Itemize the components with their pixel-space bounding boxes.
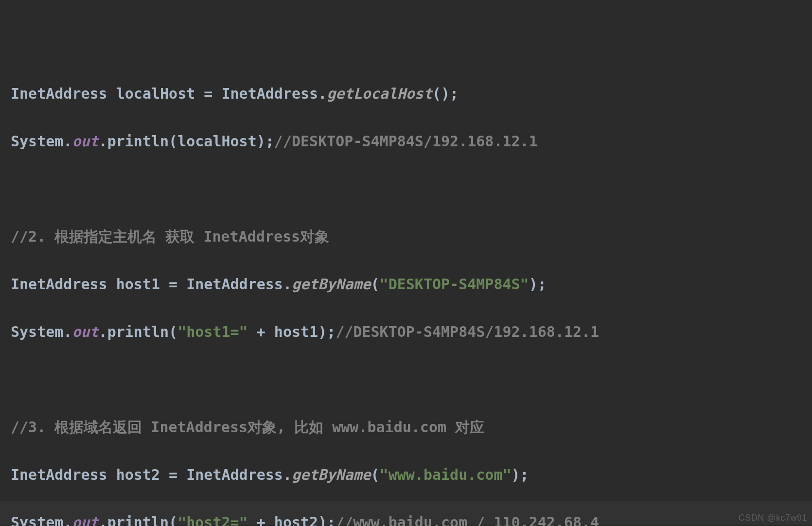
code-token: .println(localHost); bbox=[99, 133, 274, 150]
code-string: "DESKTOP-S4MP84S" bbox=[380, 276, 529, 293]
code-token: getByName bbox=[292, 466, 371, 483]
code-token: System. bbox=[11, 323, 72, 340]
code-token: InetAddress host1 = InetAddress. bbox=[11, 276, 292, 293]
code-line: //3. 根据域名返回 InetAddress对象, 比如 www.baidu.… bbox=[11, 415, 801, 439]
code-token: ); bbox=[529, 276, 547, 293]
csdn-watermark: CSDN @kc7w91 bbox=[739, 513, 807, 523]
code-token: InetAddress host2 = InetAddress. bbox=[11, 466, 292, 483]
code-token: out bbox=[72, 514, 98, 526]
code-line: System.out.println("host2=" + host2);//w… bbox=[11, 510, 801, 526]
code-line: System.out.println("host1=" + host1);//D… bbox=[11, 320, 801, 344]
blank-line bbox=[11, 368, 801, 391]
code-token: out bbox=[72, 133, 98, 150]
code-token: ( bbox=[371, 466, 380, 483]
code-comment: //DESKTOP-S4MP84S/192.168.12.1 bbox=[335, 323, 599, 340]
blank-line bbox=[11, 177, 801, 201]
code-line: InetAddress localHost = InetAddress.getL… bbox=[11, 82, 801, 105]
code-token: ( bbox=[371, 276, 380, 293]
code-comment: //2. 根据指定主机名 获取 InetAddress对象 bbox=[11, 228, 329, 245]
code-token: .println( bbox=[99, 514, 178, 526]
code-comment: //www.baidu.com / 110.242.68.4 bbox=[335, 514, 599, 526]
code-line: InetAddress host1 = InetAddress.getByNam… bbox=[11, 272, 801, 296]
code-token: System. bbox=[11, 133, 72, 150]
code-token: System. bbox=[11, 514, 72, 526]
code-token: InetAddress localHost = InetAddress. bbox=[11, 85, 327, 102]
code-token: .println( bbox=[99, 323, 178, 340]
code-comment: //DESKTOP-S4MP84S/192.168.12.1 bbox=[274, 133, 538, 150]
code-token: out bbox=[72, 323, 98, 340]
code-token: getByName bbox=[292, 276, 371, 293]
code-token: getLocalHost bbox=[327, 85, 432, 102]
code-line: //2. 根据指定主机名 获取 InetAddress对象 bbox=[11, 225, 801, 248]
code-string: "host2=" bbox=[177, 514, 248, 526]
code-string: "www.baidu.com" bbox=[380, 466, 512, 483]
code-comment: //3. 根据域名返回 InetAddress对象, 比如 www.baidu.… bbox=[11, 419, 484, 436]
code-token: (); bbox=[432, 85, 459, 102]
code-token: ); bbox=[512, 466, 529, 483]
code-string: "host1=" bbox=[177, 323, 248, 340]
code-line: System.out.println(localHost);//DESKTOP-… bbox=[11, 129, 801, 153]
code-editor[interactable]: InetAddress localHost = InetAddress.getL… bbox=[0, 0, 812, 526]
code-token: + host1); bbox=[248, 323, 336, 340]
code-line: InetAddress host2 = InetAddress.getByNam… bbox=[11, 463, 801, 487]
code-token: + host2); bbox=[248, 514, 336, 526]
